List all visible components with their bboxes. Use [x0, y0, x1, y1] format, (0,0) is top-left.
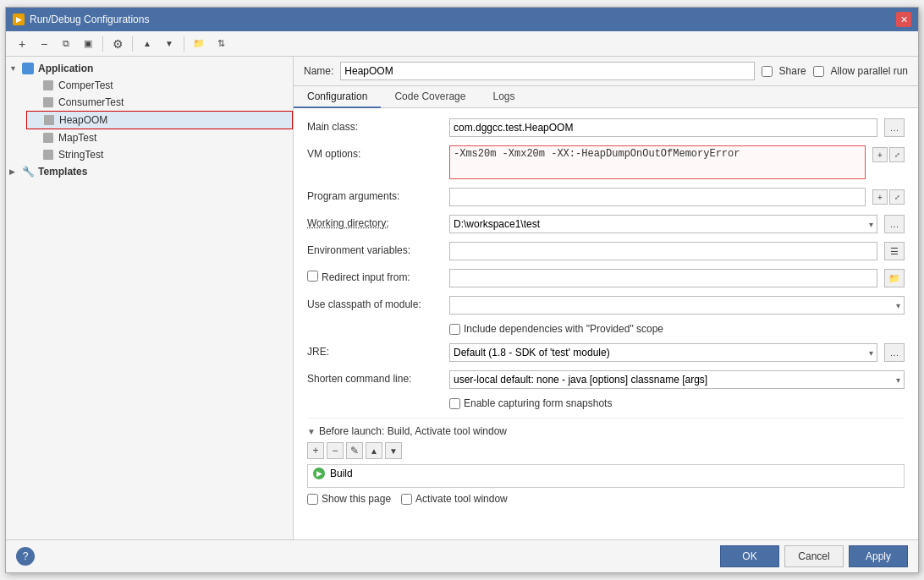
window-title: Run/Debug Configurations [30, 14, 149, 25]
program-args-input[interactable] [449, 188, 866, 206]
jre-select[interactable]: Default (1.8 - SDK of 'test' module) [449, 343, 877, 362]
share-area: Share Allow parallel run [762, 65, 908, 77]
redirect-checkbox[interactable] [307, 271, 318, 282]
name-input[interactable] [340, 62, 754, 80]
enable-capturing-checkbox[interactable] [449, 398, 460, 409]
redirect-label: Redirect input from: [322, 269, 410, 283]
sidebar-application-children: ComperTest ConsumerTest HeapOOM MapTest [6, 77, 293, 163]
main-class-input[interactable] [449, 118, 877, 137]
vm-options-container: -Xms20m -Xmx20m -XX:-HeapDumpOnOutOfMemo… [449, 145, 866, 179]
before-launch-header: ▼ Before launch: Build, Activate tool wi… [307, 425, 905, 437]
env-vars-input[interactable] [449, 242, 877, 260]
sort-button[interactable]: ⇅ [212, 35, 230, 53]
working-dir-select[interactable]: D:\workspace1\test [449, 215, 877, 233]
separator-2 [132, 36, 133, 52]
show-page-label: Show this page [322, 493, 391, 505]
build-item: ▶ Build [308, 465, 904, 482]
bottom-bar: ? OK Cancel Apply [6, 539, 918, 572]
ok-button[interactable]: OK [720, 545, 779, 567]
working-dir-browse-btn[interactable]: … [884, 215, 905, 233]
before-launch-list: ▶ Build [307, 464, 905, 488]
classpath-wrapper [449, 296, 905, 315]
tabs: Configuration Code Coverage Logs [294, 86, 918, 108]
cancel-button[interactable]: Cancel [784, 545, 844, 567]
toolbar: + − ⧉ ▣ ⚙ ▲ ▼ 📁 ⇅ [6, 31, 918, 57]
separator-3 [184, 36, 184, 52]
templates-icon: 🔧 [21, 165, 35, 178]
title-bar: ▶ Run/Debug Configurations ✕ [6, 8, 918, 31]
add-button[interactable]: + [13, 35, 31, 53]
classpath-label: Use classpath of module: [307, 296, 443, 310]
expand-arrow-templates: ▶ [9, 167, 21, 176]
bl-edit-btn[interactable]: ✎ [346, 442, 363, 459]
share-checkbox[interactable] [762, 66, 773, 77]
bl-remove-btn[interactable]: − [327, 442, 344, 459]
include-deps-checkbox[interactable] [449, 324, 460, 335]
show-page-checkbox[interactable] [307, 494, 318, 505]
classpath-select[interactable] [449, 296, 905, 315]
env-vars-browse-btn[interactable]: ☰ [884, 242, 905, 260]
program-args-add-btn[interactable]: + [872, 189, 888, 205]
bl-up-btn[interactable]: ▲ [366, 442, 382, 459]
sidebar-item-application[interactable]: ▼ Application [6, 60, 293, 77]
main-class-browse-btn[interactable]: … [884, 118, 905, 137]
allow-parallel-checkbox[interactable] [813, 66, 824, 77]
sidebar-item-templates[interactable]: ▶ 🔧 Templates [6, 163, 293, 180]
redirect-checkbox-area: Redirect input from: [307, 269, 443, 283]
redirect-browse-btn[interactable]: 📁 [884, 269, 905, 287]
settings-button[interactable]: ⚙ [108, 35, 127, 53]
activate-tool-checkbox[interactable] [401, 494, 412, 505]
sidebar-item-maptest[interactable]: MapTest [26, 129, 293, 146]
bl-add-btn[interactable]: + [307, 442, 324, 459]
sidebar-item-heapoom[interactable]: HeapOOM [26, 111, 293, 129]
vm-options-textarea[interactable]: -Xms20m -Xmx20m -XX:-HeapDumpOnOutOfMemo… [449, 145, 866, 179]
bl-down-btn[interactable]: ▼ [385, 442, 402, 459]
move-down-button[interactable]: ▼ [160, 35, 179, 53]
jre-browse-btn[interactable]: … [884, 343, 905, 362]
heapoom-icon [42, 113, 56, 127]
program-args-label: Program arguments: [307, 188, 443, 202]
folder-button[interactable]: 📁 [190, 35, 208, 53]
vm-options-add-btn[interactable]: + [872, 147, 888, 162]
before-launch-arrow: ▼ [307, 427, 316, 436]
allow-parallel-label: Allow parallel run [831, 65, 908, 77]
heapoom-label: HeapOOM [59, 114, 107, 126]
before-launch-section: ▼ Before launch: Build, Activate tool wi… [307, 418, 905, 505]
tab-code-coverage[interactable]: Code Coverage [381, 86, 479, 108]
remove-button[interactable]: − [35, 35, 53, 53]
shorten-select[interactable]: user-local default: none - java [options… [449, 370, 905, 389]
stringtest-label: StringTest [58, 149, 103, 161]
main-content: ▼ Application ComperTest ConsumerTest [6, 57, 918, 539]
enable-capturing-label: Enable capturing form snapshots [464, 397, 612, 409]
share-label: Share [779, 65, 806, 77]
name-bar: Name: Share Allow parallel run [294, 57, 918, 86]
env-vars-label: Environment variables: [307, 242, 443, 256]
working-dir-wrapper: D:\workspace1\test [449, 215, 877, 233]
shorten-row: Shorten command line: user-local default… [307, 370, 905, 389]
redirect-input[interactable] [449, 269, 877, 287]
vm-options-expand-btn[interactable]: ⤢ [889, 147, 905, 162]
jre-wrapper: Default (1.8 - SDK of 'test' module) [449, 343, 877, 362]
vm-options-expand-btns: + ⤢ [872, 145, 905, 162]
include-deps-row: Include dependencies with "Provided" sco… [307, 323, 905, 335]
copy-button[interactable]: ⧉ [57, 35, 75, 53]
env-vars-row: Environment variables: ☰ [307, 242, 905, 260]
sidebar-item-compertest[interactable]: ComperTest [26, 77, 293, 94]
expand-arrow-application: ▼ [9, 64, 21, 73]
before-launch-label: Before launch: Build, Activate tool wind… [319, 425, 507, 437]
close-button[interactable]: ✕ [896, 12, 911, 27]
right-panel: Name: Share Allow parallel run Configura… [294, 57, 918, 539]
tab-logs[interactable]: Logs [479, 86, 528, 108]
tab-configuration[interactable]: Configuration [294, 86, 381, 108]
program-args-expand-btn[interactable]: ⤢ [889, 189, 905, 205]
help-button[interactable]: ? [16, 547, 35, 566]
separator-1 [102, 36, 103, 52]
apply-button[interactable]: Apply [849, 545, 908, 567]
main-class-row: Main class: … [307, 118, 905, 137]
move-up-button[interactable]: ▲ [138, 35, 157, 53]
vm-options-row: VM options: -Xms20m -Xmx20m -XX:-HeapDum… [307, 145, 905, 179]
tab-content-configuration: Main class: … VM options: -Xms20m -Xmx20… [294, 108, 918, 539]
sidebar-item-consumertest[interactable]: ConsumerTest [26, 94, 293, 111]
save-button[interactable]: ▣ [79, 35, 97, 53]
sidebar-item-stringtest[interactable]: StringTest [26, 146, 293, 163]
